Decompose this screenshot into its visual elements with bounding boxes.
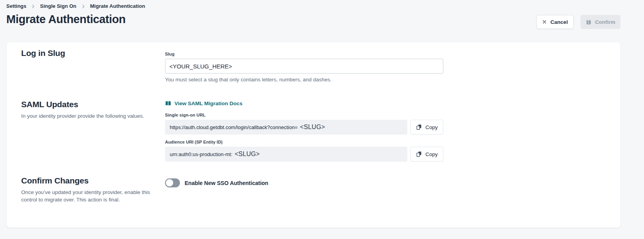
sso-url-value: https://auth.cloud.getdbt.com/login/call… — [170, 124, 298, 130]
section-saml-updates: SAML Updates In your identity provider p… — [7, 100, 620, 162]
slug-label: Slug — [165, 52, 443, 56]
copy-sso-url-button[interactable]: Copy — [410, 120, 443, 135]
confirm-changes-heading: Confirm Changes — [21, 176, 165, 185]
section-saml-updates-left: SAML Updates In your identity provider p… — [21, 100, 165, 162]
enable-sso-toggle-row: Enable New SSO Authentication — [165, 178, 443, 187]
breadcrumb-migrate-authentication: Migrate Authentication — [90, 3, 145, 9]
copy-icon — [416, 151, 422, 157]
saml-updates-heading: SAML Updates — [21, 100, 165, 109]
section-confirm-changes-right: Enable New SSO Authentication — [165, 176, 443, 203]
toggle-knob — [166, 179, 173, 187]
confirm-button-label: Confirm — [595, 19, 615, 25]
book-icon — [165, 101, 171, 106]
section-saml-updates-right: View SAML Migration Docs Single sign-on … — [165, 100, 443, 162]
sso-url-slug-token: <SLUG> — [300, 124, 325, 131]
sso-url-row: https://auth.cloud.getdbt.com/login/call… — [165, 120, 443, 135]
audience-uri-value: urn:auth0:us-production-mt: — [170, 151, 232, 157]
save-icon — [586, 19, 591, 25]
saml-updates-description: In your identity provider provide the fo… — [21, 112, 165, 120]
slug-input[interactable] — [165, 59, 443, 74]
sso-url-field: https://auth.cloud.getdbt.com/login/call… — [165, 120, 407, 135]
audience-uri-field: urn:auth0:us-production-mt: <SLUG> — [165, 147, 407, 162]
section-login-slug-right: Slug You must select a slug that only co… — [165, 49, 443, 83]
audience-uri-label: Audience URI (SP Entity ID) — [165, 140, 443, 144]
login-slug-heading: Log in Slug — [21, 49, 165, 58]
header-actions: Cancel Confirm — [536, 15, 620, 29]
confirm-changes-description: Once you’ve updated your identity provid… — [21, 189, 154, 203]
audience-uri-slug-token: <SLUG> — [235, 151, 260, 158]
copy-icon — [416, 124, 422, 130]
sso-url-label: Single sign-on URL — [165, 113, 443, 117]
breadcrumb-settings[interactable]: Settings — [6, 3, 26, 9]
docs-link-label: View SAML Migration Docs — [174, 101, 243, 106]
copy-button-label: Copy — [425, 124, 438, 130]
section-confirm-changes: Confirm Changes Once you’ve updated your… — [7, 176, 620, 203]
migration-card: Log in Slug Slug You must select a slug … — [7, 42, 620, 228]
chevron-right-icon — [31, 4, 36, 9]
page-header: Migrate Authentication Cancel Confirm — [6, 13, 620, 29]
cancel-button-label: Cancel — [550, 19, 568, 25]
page-title: Migrate Authentication — [6, 13, 125, 26]
breadcrumb-single-sign-on[interactable]: Single Sign On — [40, 3, 76, 9]
slug-help-text: You must select a slug that only contain… — [165, 77, 443, 83]
view-saml-migration-docs-link[interactable]: View SAML Migration Docs — [165, 101, 243, 106]
enable-sso-toggle-label: Enable New SSO Authentication — [185, 180, 268, 186]
cancel-button[interactable]: Cancel — [536, 15, 574, 29]
section-confirm-changes-left: Confirm Changes Once you’ve updated your… — [21, 176, 165, 203]
section-login-slug: Log in Slug Slug You must select a slug … — [7, 42, 620, 83]
section-login-slug-left: Log in Slug — [21, 49, 165, 83]
confirm-button[interactable]: Confirm — [581, 15, 620, 29]
copy-audience-uri-button[interactable]: Copy — [410, 147, 443, 162]
breadcrumb: Settings Single Sign On Migrate Authenti… — [6, 3, 145, 9]
chevron-right-icon — [81, 4, 86, 9]
copy-button-label: Copy — [425, 151, 438, 157]
audience-uri-row: urn:auth0:us-production-mt: <SLUG> Copy — [165, 147, 443, 162]
enable-sso-toggle[interactable] — [165, 178, 180, 187]
close-icon — [542, 20, 547, 24]
